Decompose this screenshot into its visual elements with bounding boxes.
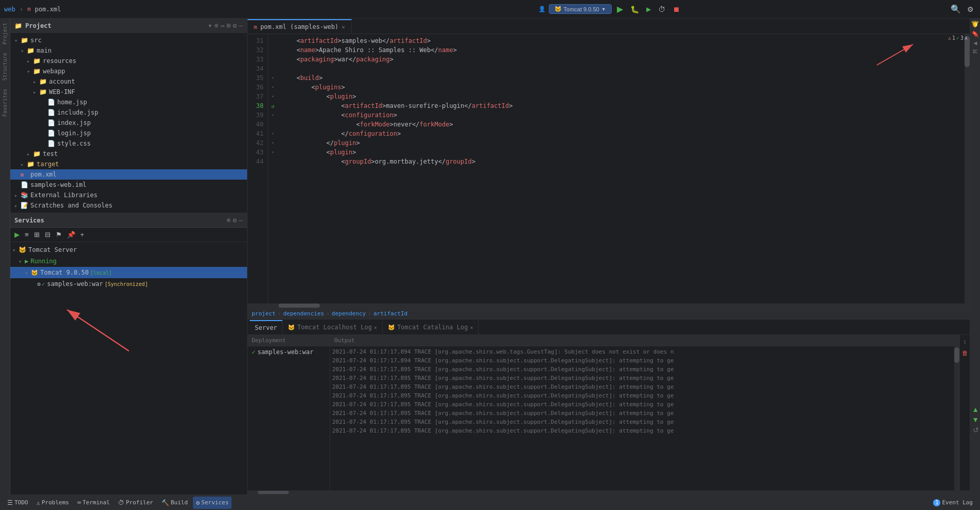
search-button[interactable]: 🔍 [949,3,963,15]
editor-hscrollbar[interactable] [248,304,970,308]
svc-settings-icon[interactable]: ⚙ [233,216,237,224]
index-jsp-label: index.jsp [57,119,91,126]
rsp-maven-icon[interactable]: M [972,50,979,53]
console-tab-server[interactable]: Server [250,320,283,334]
profile-button[interactable]: ⏱ [656,4,667,14]
event-log-item[interactable]: 1 Event Log [930,497,976,509]
debug-button[interactable]: 🐛 [628,4,641,14]
run-with-coverage-button[interactable]: ▶ [644,5,653,14]
title-bar-center: 👤 🐱 Tomcat 9.0.50 ▼ ▶ 🐛 ▶ ⏱ ⏹ [271,3,949,15]
services-item[interactable]: ⚙ Services [193,497,232,509]
run-config-icon: 🐱 [554,6,562,12]
tree-item-src[interactable]: ▾ 📁 src [10,35,247,45]
tree-item-scratches[interactable]: ▸ 📝 Scratches and Consoles [10,200,247,211]
svc-minimize-icon[interactable]: — [239,216,243,224]
scroll-icon[interactable]: ⇔ [221,22,225,29]
console-clear-btn[interactable]: 🗑 [961,348,969,358]
tree-item-webapp[interactable]: ▾ 📁 webapp [10,66,247,76]
rsp-run-icon[interactable]: ▶ [972,40,979,47]
run-config-button[interactable]: 🐱 Tomcat 9.0.50 ▼ [549,4,612,14]
log-scrollbar[interactable] [954,346,959,490]
tree-item-ext-libs[interactable]: ▸ 📚 External Libraries [10,190,247,200]
deployment-item[interactable]: ✓ samples-web:war [248,346,330,358]
src-folder-icon: 📁 [21,37,29,44]
bc-dependencies[interactable]: dependencies [283,310,324,317]
rsp-notifications-icon[interactable]: 🔔 [972,21,979,28]
editor-hscrollbar-thumb[interactable] [279,304,320,308]
tree-item-home-jsp[interactable]: 📄 home.jsp [10,97,247,107]
locate-icon[interactable]: ⊕ [215,22,219,29]
todo-item[interactable]: ☰ TODO [4,497,31,509]
gear-icon[interactable]: ⚙ [233,22,237,29]
scratches-icon: 📝 [21,202,29,209]
console-tab-catalina-log[interactable]: 🐱 Tomcat Catalina Log ✕ [383,320,479,334]
svc-tomcat-server[interactable]: ▾ 🐱 Tomcat Server [10,244,247,256]
svc-run-btn[interactable]: ▶ [12,230,22,240]
ts-6: 2021-07-24 01:17:17,895 TRACE [org.apach… [332,401,674,408]
login-jsp-label: login.jsp [57,130,91,137]
project-tab[interactable]: Project [1,19,9,49]
running-arrow: ▾ [19,259,25,264]
svc-group-btn[interactable]: ⊟ [43,230,53,240]
svc-expand-icon[interactable]: ⊕ [227,216,231,224]
line-num-32: 32 [248,45,268,55]
structure-tab[interactable]: Structure [1,49,9,85]
editor-scrollbar[interactable] [965,34,970,308]
editor-tabs: m pom.xml (samples-web) ✕ [248,19,970,34]
profiler-item[interactable]: ⏱ Profiler [115,497,156,509]
localhost-log-close[interactable]: ✕ [374,325,377,330]
catalina-log-close[interactable]: ✕ [470,325,473,330]
editor-tab-pom[interactable]: m pom.xml (samples-web) ✕ [248,19,352,34]
svc-split-btn[interactable]: ⊞ [32,230,42,240]
rsp-bookmark-icon[interactable]: 🔖 [972,30,979,38]
console-tab-localhost-log[interactable]: 🐱 Tomcat Localhost Log ✕ [283,320,383,334]
line-num-35: 35 [248,73,268,83]
problems-item[interactable]: ⚠ Problems [34,497,72,509]
tab-close-btn[interactable]: ✕ [341,24,345,30]
tree-item-main[interactable]: ▾ 📁 main [10,45,247,56]
svc-running[interactable]: ▾ ▶ Running [10,256,247,267]
gutter-36: ⦁ [268,83,277,92]
console-wrap-btn[interactable]: ↕ [962,337,968,346]
tree-item-index-jsp[interactable]: 📄 index.jsp [10,118,247,128]
tree-item-login-jsp[interactable]: 📄 login.jsp [10,128,247,138]
webapp-arrow: ▾ [27,69,33,74]
tree-item-include-jsp[interactable]: 📄 include.jsp [10,107,247,118]
console-hscrollbar[interactable] [248,490,970,495]
expand-all-icon[interactable]: ⊞ [227,22,231,29]
tree-item-webinf[interactable]: ▸ 📁 WEB-INF [10,87,247,97]
log-scrollbar-thumb[interactable] [954,347,959,363]
tree-item-style-css[interactable]: 📄 style.css [10,138,247,149]
tree-item-test[interactable]: ▸ 📁 test [10,149,247,159]
log-line-2: 2021-07-24 01:17:17,895 TRACE [org.apach… [332,365,957,374]
svc-tomcat-instance[interactable]: ▾ 🐱 Tomcat 9.0.50 [local] [10,267,247,278]
todo-label: TODO [14,499,28,506]
run-button[interactable]: ▶ [615,3,625,15]
svc-pin-btn[interactable]: 📌 [65,230,77,240]
expand-errors-icon[interactable]: ∧ [965,35,968,41]
minimize-icon[interactable]: — [239,22,243,29]
instance-icon: 🐱 [31,269,38,276]
line-num-33: 33 [248,55,268,64]
favorites-tab[interactable]: Favorites [1,85,9,121]
svc-war-deployment[interactable]: ⚙ ✓ samples-web:war [Synchronized] [10,278,247,290]
target-label: target [37,161,59,168]
console-hscrollbar-thumb[interactable] [258,491,289,494]
services-panel-header: Services ⊕ ⚙ — [10,213,247,228]
tree-item-target[interactable]: ▸ 📁 target [10,159,247,169]
tree-item-account[interactable]: ▸ 📁 account [10,76,247,87]
test-label: test [43,150,58,157]
settings-button[interactable]: ⚙ [965,4,976,14]
svc-filter-btn[interactable]: ⚑ [54,230,64,240]
tree-item-samples-iml[interactable]: 📄 samples-web.iml [10,180,247,190]
build-item[interactable]: 🔨 Build [158,497,191,509]
tree-item-resources[interactable]: ▸ 📁 resources [10,56,247,66]
tree-item-pom-xml[interactable]: m pom.xml [10,169,247,180]
bc-artifactid[interactable]: artifactId [373,310,407,317]
bc-project[interactable]: project [252,310,275,317]
bc-dependency[interactable]: dependency [332,310,366,317]
terminal-item[interactable]: ⌨ Terminal [74,497,113,509]
svc-add-btn[interactable]: + [78,230,87,240]
stop-button[interactable]: ⏹ [671,4,682,14]
svc-list-btn[interactable]: ≡ [23,230,31,240]
